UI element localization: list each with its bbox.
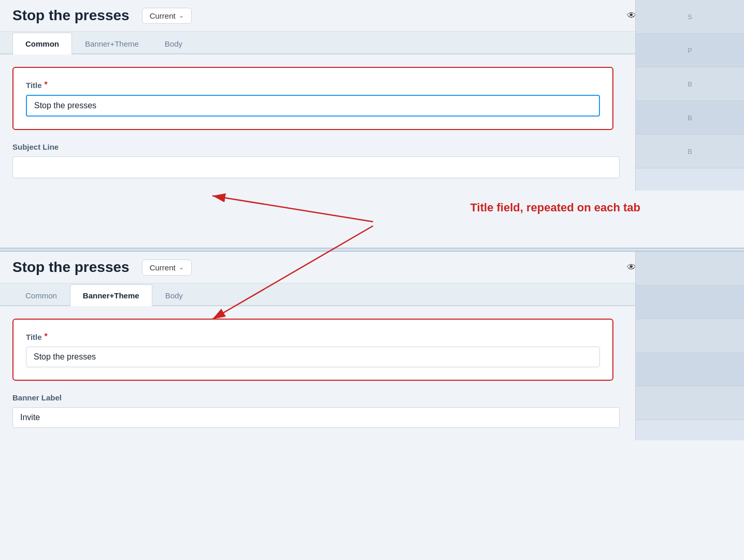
sidebar-block-s: S	[636, 0, 744, 34]
title-input-top[interactable]	[26, 95, 600, 117]
banner-label-label: Banner Label	[12, 393, 620, 402]
tab-common-top[interactable]: Common	[12, 33, 72, 54]
banner-label-input[interactable]	[12, 407, 620, 428]
subject-line-section: Subject Line	[12, 142, 620, 178]
svg-line-1	[212, 196, 373, 222]
top-panel: Stop the presses Current ⌄ Live Preview …	[0, 0, 744, 191]
subject-line-label: Subject Line	[12, 142, 620, 151]
title-label-top: Title *	[26, 80, 600, 90]
top-tab-bar: Common Banner+Theme Body	[0, 32, 744, 54]
bottom-sidebar-block-1	[636, 252, 744, 285]
bottom-version-label: Current	[150, 263, 176, 272]
version-label: Current	[150, 11, 176, 20]
title-form-card-bottom: Title *	[12, 319, 613, 381]
bottom-sidebar-block-2	[636, 285, 744, 319]
page-title: Stop the presses	[12, 7, 130, 24]
sidebar-block-b3: B	[636, 135, 744, 168]
bottom-panel: Stop the presses Current ⌄ Live Preview …	[0, 252, 744, 440]
tab-banner-theme-top[interactable]: Banner+Theme	[72, 33, 152, 54]
bottom-chevron-down-icon: ⌄	[179, 264, 184, 271]
bottom-header: Stop the presses Current ⌄ Live Preview …	[0, 252, 744, 283]
sidebar-block-b1: B	[636, 67, 744, 101]
annotation-area: Title field, repeated on each tab	[0, 191, 744, 248]
top-content-area: Title * Subject Line	[0, 54, 744, 191]
bottom-right-sidebar	[635, 252, 744, 440]
top-right-sidebar: S P B B B	[635, 0, 744, 191]
title-input-bottom[interactable]	[26, 347, 600, 367]
bottom-eye-icon	[627, 262, 636, 273]
chevron-down-icon: ⌄	[179, 12, 184, 19]
sidebar-block-b2: B	[636, 101, 744, 135]
annotation-text: Title field, repeated on each tab	[470, 201, 640, 214]
bottom-content-area: Title * Banner Label	[0, 306, 744, 440]
version-dropdown[interactable]: Current ⌄	[142, 8, 192, 24]
tab-body-bottom[interactable]: Body	[152, 284, 196, 306]
eye-icon	[627, 10, 636, 21]
title-form-card-top: Title *	[12, 67, 613, 130]
bottom-page-title: Stop the presses	[12, 259, 130, 276]
banner-label-section: Banner Label	[12, 393, 620, 428]
sidebar-block-p: P	[636, 34, 744, 67]
bottom-sidebar-block-5	[636, 386, 744, 420]
required-star-bottom: *	[45, 332, 48, 341]
bottom-version-dropdown[interactable]: Current ⌄	[142, 260, 192, 276]
tab-banner-theme-bottom[interactable]: Banner+Theme	[70, 284, 152, 306]
top-header: Stop the presses Current ⌄ Live Preview …	[0, 0, 744, 32]
bottom-tab-bar: Common Banner+Theme Body	[0, 283, 744, 306]
title-label-bottom: Title *	[26, 332, 600, 341]
required-star-top: *	[45, 80, 48, 90]
subject-line-input[interactable]	[12, 156, 620, 178]
section-divider	[0, 248, 744, 252]
tab-common-bottom[interactable]: Common	[12, 284, 70, 306]
bottom-sidebar-block-4	[636, 353, 744, 386]
annotation-arrow-svg	[0, 191, 744, 248]
bottom-sidebar-block-3	[636, 319, 744, 353]
tab-body-top[interactable]: Body	[152, 33, 195, 54]
